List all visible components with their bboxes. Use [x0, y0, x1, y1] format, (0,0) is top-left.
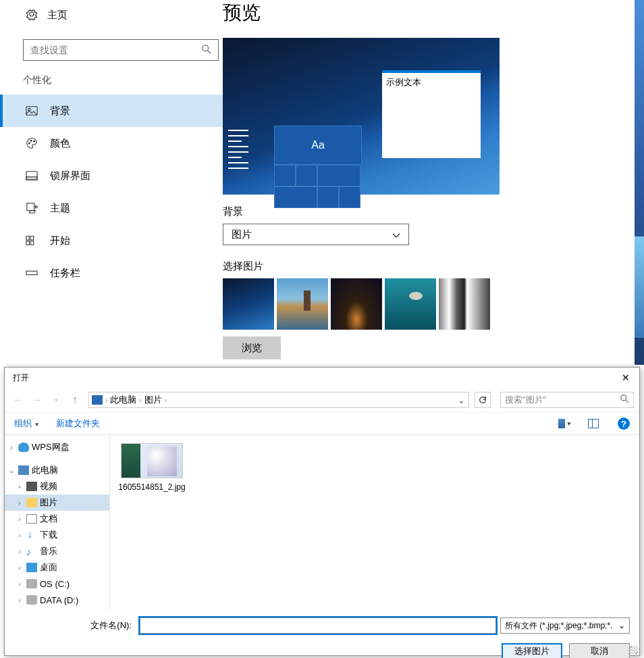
view-mode-button[interactable]: ▼ — [558, 418, 572, 429]
tree-item-desktop[interactable]: ›桌面 — [5, 559, 109, 576]
pictures-icon — [26, 498, 37, 507]
cancel-button[interactable]: 取消 — [569, 643, 630, 658]
chevron-down-icon: ⌄ — [618, 621, 625, 630]
svg-line-1 — [208, 50, 211, 53]
tree-item-drive-c[interactable]: ›OS (C:) — [5, 576, 109, 592]
search-input[interactable] — [30, 45, 192, 55]
theme-icon — [26, 202, 38, 214]
tree-item-videos[interactable]: ›视频 — [5, 478, 109, 495]
address-dropdown[interactable]: ⌄ — [456, 395, 466, 405]
section-title: 个性化 — [0, 70, 223, 95]
breadcrumb-root[interactable]: 此电脑 — [110, 394, 136, 406]
nav-background[interactable]: 背景 — [0, 95, 223, 127]
wallpaper-thumbnails — [223, 278, 635, 330]
settings-sidebar: 主页 个性化 背景 颜色 锁屏界面 主题 开始 — [0, 0, 223, 365]
chevron-right-icon[interactable]: › — [165, 397, 167, 404]
svg-point-5 — [30, 141, 32, 142]
organize-menu[interactable]: 组织 ▼ — [14, 417, 40, 430]
wallpaper-thumb[interactable] — [223, 278, 274, 330]
filetype-filter[interactable]: 所有文件 (*.jpg;*.jpeg;*.bmp;*. ⌄ — [500, 617, 630, 634]
svg-point-15 — [621, 395, 626, 401]
wallpaper-thumb[interactable] — [385, 278, 436, 330]
settings-window: 主页 个性化 背景 颜色 锁屏界面 主题 开始 — [0, 0, 635, 365]
wallpaper-thumb[interactable] — [439, 278, 490, 330]
tree-item-music[interactable]: ›音乐 — [5, 543, 109, 559]
chevron-down-icon — [392, 229, 400, 241]
preview-pane-button[interactable] — [588, 418, 601, 429]
start-icon — [26, 234, 38, 247]
address-bar[interactable]: › 此电脑 › 图片 › ⌄ — [88, 392, 469, 408]
video-icon — [26, 482, 37, 491]
search-placeholder: 搜索"图片" — [505, 394, 546, 406]
tree-item-thispc[interactable]: ⌄此电脑 — [5, 462, 109, 478]
svg-rect-12 — [26, 241, 30, 245]
preview-sample-window: 示例文本 — [382, 70, 481, 158]
refresh-button[interactable] — [475, 392, 491, 408]
preview-title: 预览 — [223, 0, 635, 26]
nav-taskbar[interactable]: 任务栏 — [0, 257, 223, 289]
svg-point-6 — [34, 141, 35, 142]
nav-label: 锁屏界面 — [50, 170, 90, 182]
nav-label: 任务栏 — [50, 267, 80, 280]
nav-colors[interactable]: 颜色 — [0, 127, 223, 159]
svg-point-4 — [29, 143, 30, 144]
forward-button[interactable]: → — [29, 392, 45, 408]
breadcrumb-folder[interactable]: 图片 — [144, 394, 162, 406]
new-folder-button[interactable]: 新建文件夹 — [56, 417, 100, 430]
drive-icon — [26, 579, 37, 588]
sample-text: 示例文本 — [386, 77, 421, 87]
nav-start[interactable]: 开始 — [0, 224, 223, 257]
preview-tiles: Aa — [274, 126, 362, 208]
dialog-body: ›WPS网盘 ⌄此电脑 ›视频 ›图片 ›文档 ›下载 ›音乐 ›桌面 ›OS … — [5, 435, 639, 611]
lockscreen-icon — [26, 170, 38, 182]
resize-grip[interactable] — [630, 646, 638, 654]
tree-item-pictures[interactable]: ›图片 — [5, 495, 109, 511]
tree-item-documents[interactable]: ›文档 — [5, 511, 109, 527]
svg-rect-14 — [26, 271, 37, 274]
browse-button[interactable]: 浏览 — [223, 336, 281, 359]
nav-label: 开始 — [50, 234, 70, 247]
file-item[interactable]: 1605514851_2.jpg — [118, 443, 186, 493]
chevron-right-icon[interactable]: › — [139, 397, 141, 404]
back-button[interactable]: ← — [10, 392, 26, 408]
close-button[interactable]: ✕ — [618, 371, 634, 384]
picture-icon — [26, 105, 38, 117]
home-label: 主页 — [47, 9, 68, 22]
nav-label: 主题 — [50, 202, 70, 215]
file-name: 1605514851_2.jpg — [118, 482, 186, 493]
dialog-titlebar[interactable]: 打开 ✕ — [5, 368, 639, 388]
help-button[interactable]: ? — [618, 417, 630, 430]
dialog-search[interactable]: 搜索"图片" — [500, 392, 634, 408]
up-button[interactable]: ↑ — [67, 392, 83, 408]
background-type-dropdown[interactable]: 图片 — [223, 224, 409, 245]
gear-icon — [26, 8, 38, 22]
svg-point-0 — [203, 45, 209, 51]
svg-rect-13 — [30, 241, 34, 245]
preview-tile-aa: Aa — [274, 126, 362, 165]
nav-lockscreen[interactable]: 锁屏界面 — [0, 159, 223, 192]
tree-item-wps[interactable]: ›WPS网盘 — [5, 439, 109, 455]
file-list[interactable]: 1605514851_2.jpg — [110, 435, 639, 611]
svg-rect-11 — [30, 236, 34, 240]
dialog-navbar: ← → ▾ ↑ › 此电脑 › 图片 › ⌄ 搜索"图片" — [5, 388, 639, 412]
search-settings[interactable] — [23, 39, 219, 61]
recent-dropdown[interactable]: ▾ — [48, 392, 64, 408]
wallpaper-preview: Aa 示例文本 — [223, 38, 500, 195]
settings-content: 预览 Aa 示例文本 背景 图片 选择图片 — [223, 0, 635, 365]
home-link[interactable]: 主页 — [0, 0, 223, 30]
wallpaper-thumb[interactable] — [331, 278, 382, 330]
filename-input[interactable] — [140, 617, 496, 634]
chevron-right-icon[interactable]: › — [105, 397, 107, 404]
tree-item-downloads[interactable]: ›下载 — [5, 527, 109, 543]
dialog-footer: 文件名(N): 所有文件 (*.jpg;*.jpeg;*.bmp;*. ⌄ 选择… — [5, 611, 639, 658]
dialog-title: 打开 — [13, 372, 29, 384]
desktop-icon — [26, 563, 37, 572]
svg-line-16 — [626, 400, 628, 403]
folder-tree[interactable]: ›WPS网盘 ⌄此电脑 ›视频 ›图片 ›文档 ›下载 ›音乐 ›桌面 ›OS … — [5, 435, 110, 611]
tree-item-drive-d[interactable]: ›DATA (D:) — [5, 592, 109, 608]
drive-icon — [26, 595, 37, 605]
nav-label: 背景 — [50, 105, 70, 118]
wallpaper-thumb[interactable] — [277, 278, 328, 330]
nav-themes[interactable]: 主题 — [0, 192, 223, 224]
open-button[interactable]: 选择图片 — [502, 643, 562, 658]
